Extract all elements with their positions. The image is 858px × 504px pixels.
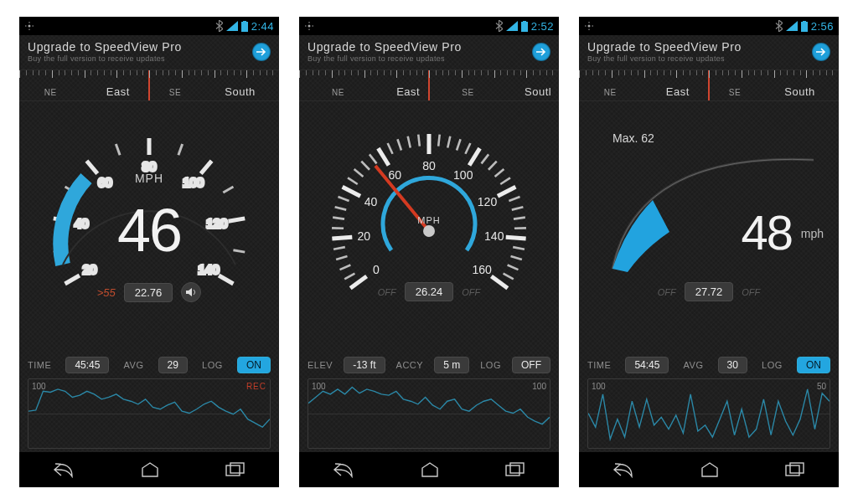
battery-icon: [801, 21, 808, 32]
battery-icon: [241, 21, 248, 32]
stat-a-value[interactable]: 54:45: [625, 357, 669, 373]
off-left-ghost: OFF: [658, 287, 676, 297]
svg-text:0: 0: [373, 263, 380, 276]
signal-icon: [506, 21, 518, 31]
phone-screenshot-1: 2:44 Upgrade to SpeedView Pro Buy the fu…: [19, 17, 279, 487]
svg-line-46: [378, 148, 389, 165]
stat-a-value[interactable]: 45:45: [65, 357, 109, 373]
svg-point-0: [28, 25, 31, 28]
upgrade-go-button[interactable]: [532, 43, 550, 61]
nav-recent-button[interactable]: [225, 462, 246, 477]
svg-text:20: 20: [83, 262, 97, 276]
svg-text:20: 20: [357, 229, 370, 243]
speedometer-gauge[interactable]: 20406080100120140 MPH 46 >55 22.76: [19, 101, 279, 353]
stats-row: ELEV -13 ft ACCY 5 m LOG OFF: [299, 353, 559, 378]
svg-point-25: [308, 25, 311, 28]
svg-text:100: 100: [183, 175, 204, 189]
svg-rect-84: [803, 21, 806, 23]
upgrade-go-button[interactable]: [252, 43, 271, 61]
compass-strip[interactable]: NEEastSESouth: [579, 69, 839, 101]
nav-home-button[interactable]: [700, 461, 719, 478]
speedometer-gauge[interactable]: 020406080100120140160 MPH OFF 26.24 OFF: [299, 101, 559, 353]
svg-rect-1: [241, 22, 248, 32]
svg-line-34: [332, 237, 352, 239]
log-toggle[interactable]: ON: [797, 357, 830, 373]
unit-label: MPH: [417, 215, 440, 225]
svg-line-41: [348, 177, 358, 184]
svg-line-37: [335, 207, 347, 209]
off-right-ghost: OFF: [462, 287, 480, 297]
speed-readout: 46: [19, 200, 279, 260]
nav-home-button[interactable]: [141, 461, 159, 478]
svg-line-31: [336, 256, 347, 260]
log-toggle[interactable]: OFF: [512, 357, 550, 373]
svg-line-9: [86, 161, 97, 173]
svg-line-10: [116, 144, 120, 155]
upgrade-banner[interactable]: Upgrade to SpeedView Pro Buy the full ve…: [19, 35, 279, 66]
bluetooth-icon: [495, 20, 503, 32]
svg-line-16: [223, 187, 233, 193]
compass-label: South: [784, 85, 814, 98]
upgrade-title: Upgrade to SpeedView Pro: [587, 40, 742, 54]
log-toggle[interactable]: ON: [237, 357, 271, 373]
svg-line-66: [512, 207, 524, 209]
nav-recent-button[interactable]: [505, 462, 525, 477]
upgrade-banner[interactable]: Upgrade to SpeedView Pro Buy the full ve…: [579, 35, 839, 66]
svg-line-54: [447, 136, 450, 148]
stat-a-value[interactable]: -13 ft: [344, 357, 385, 373]
compass-label: NE: [332, 88, 344, 97]
nav-back-button[interactable]: [612, 461, 634, 478]
svg-line-44: [370, 154, 377, 163]
speed-history-chart[interactable]: 100 REC: [28, 378, 271, 449]
svg-line-65: [509, 197, 519, 201]
phone-screenshot-2: 2:52 Upgrade to SpeedView Pro Buy the fu…: [299, 17, 559, 487]
upgrade-banner[interactable]: Upgrade to SpeedView Pro Buy the full ve…: [299, 35, 559, 66]
compass-strip[interactable]: NEEastSESouth: [19, 69, 279, 101]
compass-label: East: [106, 85, 130, 98]
svg-rect-2: [243, 21, 246, 23]
svg-line-67: [514, 218, 525, 219]
svg-line-59: [482, 154, 489, 163]
stat-b-value[interactable]: 5 m: [434, 357, 469, 373]
svg-line-55: [457, 139, 461, 150]
svg-line-38: [338, 197, 349, 201]
svg-line-73: [508, 265, 519, 270]
speed-history-chart[interactable]: 100 100: [308, 378, 550, 449]
nav-home-button[interactable]: [421, 461, 439, 478]
signal-icon: [226, 21, 238, 31]
nav-back-button[interactable]: [53, 461, 75, 478]
stat-b-value[interactable]: 30: [718, 357, 747, 373]
upgrade-go-button[interactable]: [812, 43, 830, 61]
svg-rect-26: [521, 22, 528, 32]
speedometer-gauge[interactable]: Max. 62 48 mph OFF 27.72 OFF: [579, 101, 839, 353]
upgrade-subtitle: Buy the full version to receive updates: [587, 54, 742, 63]
gps-icon: [304, 21, 314, 31]
svg-text:140: 140: [484, 229, 504, 243]
android-status-bar: 2:44: [19, 17, 279, 35]
svg-line-72: [510, 256, 521, 260]
max-speed-label: Max. 62: [612, 131, 654, 145]
odometer-pill[interactable]: 22.76: [124, 283, 173, 302]
svg-text:120: 120: [478, 195, 498, 208]
compass-strip[interactable]: NEEastSESoutl: [299, 69, 559, 101]
stat-a-label: TIME: [28, 360, 51, 370]
nav-back-button[interactable]: [333, 461, 354, 478]
compass-label: Soutl: [525, 85, 551, 98]
stats-row: TIME 54:45 AVG 30 LOG ON: [579, 353, 839, 378]
svg-text:40: 40: [364, 195, 378, 208]
upgrade-subtitle: Buy the full version to receive updates: [28, 54, 182, 63]
svg-line-56: [465, 143, 470, 154]
svg-line-60: [488, 162, 497, 170]
nav-recent-button[interactable]: [785, 462, 805, 477]
horn-icon[interactable]: [181, 282, 201, 302]
stat-b-value[interactable]: 29: [158, 357, 188, 373]
svg-rect-80: [506, 465, 519, 476]
odometer-pill[interactable]: 26.24: [405, 282, 454, 301]
odometer-pill[interactable]: 27.72: [685, 282, 734, 301]
speed-history-chart[interactable]: 100 50: [587, 378, 830, 449]
svg-line-71: [513, 247, 525, 249]
upgrade-title: Upgrade to SpeedView Pro: [308, 40, 462, 54]
svg-line-64: [498, 187, 515, 196]
svg-line-49: [408, 136, 411, 148]
svg-point-79: [423, 225, 435, 237]
